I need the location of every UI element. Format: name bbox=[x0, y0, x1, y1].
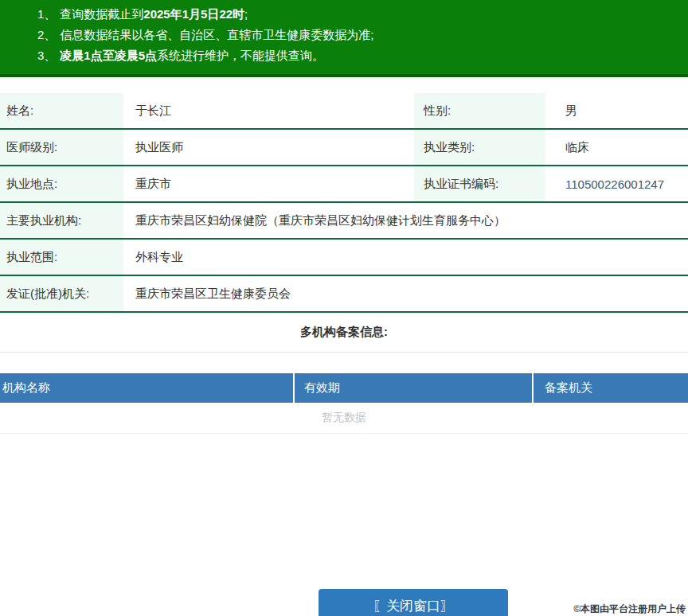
table-row-issuing-authority: 发证(批准)机关: 重庆市荣昌区卫生健康委员会 bbox=[0, 276, 688, 313]
value-text: 重庆市荣昌区妇幼保健院（重庆市荣昌区妇幼保健计划生育服务中心） bbox=[135, 213, 506, 228]
value-text: 外科专业 bbox=[135, 250, 183, 265]
watermark-text: ©本图由平台注册用户上传 bbox=[573, 602, 686, 616]
column-header-institution-name: 机构名称 bbox=[0, 373, 295, 403]
notice-line-number: 3、 bbox=[37, 49, 56, 62]
notice-text-bold: 凌晨1点至凌晨5点 bbox=[60, 49, 157, 62]
label-text: 执业范围: bbox=[6, 250, 57, 265]
label-text: 发证(批准)机关: bbox=[6, 287, 89, 302]
notice-text: 查询数据截止到 bbox=[60, 7, 143, 21]
value-text: 重庆市荣昌区卫生健康委员会 bbox=[135, 287, 291, 302]
value-certificate-number: 110500226001247 bbox=[545, 166, 688, 201]
column-header-record-authority: 备案机关 bbox=[534, 373, 688, 403]
record-table-header: 机构名称 有效期 备案机关 bbox=[0, 373, 688, 403]
notice-line-number: 1、 bbox=[37, 7, 56, 21]
label-practice-category: 执业类别: bbox=[414, 130, 545, 165]
value-practice-location: 重庆市 bbox=[123, 166, 414, 201]
label-issuing-authority: 发证(批准)机关: bbox=[0, 276, 123, 311]
physician-license-query-page: 1、查询数据截止到2025年1月5日22时; 2、信息数据结果以各省、自治区、直… bbox=[0, 0, 688, 616]
table-row-name-gender: 姓名: 于长江 性别: 男 bbox=[0, 93, 688, 130]
label-name: 姓名: bbox=[0, 93, 123, 128]
value-text: 于长江 bbox=[135, 103, 171, 119]
value-text: 重庆市 bbox=[135, 177, 171, 192]
value-main-institution: 重庆市荣昌区妇幼保健院（重庆市荣昌区妇幼保健计划生育服务中心） bbox=[123, 203, 688, 238]
empty-data-row: 暂无数据 bbox=[0, 403, 688, 434]
value-issuing-authority: 重庆市荣昌区卫生健康委员会 bbox=[123, 276, 688, 311]
notice-line-2: 2、信息数据结果以各省、自治区、直辖市卫生健康委数据为准; bbox=[37, 25, 680, 45]
close-window-button[interactable]: 〖关闭窗口〗 bbox=[319, 589, 508, 616]
table-row-level-category: 医师级别: 执业医师 执业类别: 临床 bbox=[0, 130, 688, 166]
notice-text: 信息数据结果以各省、自治区、直辖市卫生健康委数据为准; bbox=[60, 28, 373, 41]
value-text: 执业医师 bbox=[135, 140, 183, 155]
label-physician-level: 医师级别: bbox=[0, 130, 123, 165]
label-text: 执业类别: bbox=[424, 140, 475, 155]
label-practice-scope: 执业范围: bbox=[0, 240, 123, 275]
notice-text-bold: 2025年1月5日22时 bbox=[143, 7, 244, 21]
value-practice-scope: 外科专业 bbox=[123, 240, 688, 275]
multi-institution-section: 多机构备案信息: bbox=[0, 313, 688, 353]
value-physician-level: 执业医师 bbox=[123, 130, 414, 165]
label-practice-location: 执业地点: bbox=[0, 166, 123, 201]
notice-text: ; bbox=[244, 7, 248, 21]
certificate-number-text: 110500226001247 bbox=[565, 177, 664, 191]
table-row-practice-scope: 执业范围: 外科专业 bbox=[0, 240, 688, 276]
label-certificate-number: 执业证书编码: bbox=[414, 166, 545, 201]
label-text: 性别: bbox=[424, 103, 451, 119]
label-text: 姓名: bbox=[6, 103, 33, 119]
multi-institution-record-table: 机构名称 有效期 备案机关 暂无数据 bbox=[0, 373, 688, 434]
notice-text: 系统进行维护，不能提供查询。 bbox=[157, 49, 324, 62]
label-text: 医师级别: bbox=[6, 140, 57, 155]
label-main-institution: 主要执业机构: bbox=[0, 203, 123, 238]
label-gender: 性别: bbox=[414, 93, 545, 128]
table-row-location-certificate: 执业地点: 重庆市 执业证书编码: 110500226001247 bbox=[0, 166, 688, 203]
value-gender: 男 bbox=[545, 93, 688, 128]
value-practice-category: 临床 bbox=[545, 130, 688, 165]
notice-line-number: 2、 bbox=[37, 28, 56, 41]
empty-data-text: 暂无数据 bbox=[322, 411, 366, 425]
license-info-table: 姓名: 于长江 性别: 男 医师级别: 执业医师 执业类别: 临床 执业地点: … bbox=[0, 93, 688, 313]
value-text: 临床 bbox=[565, 140, 589, 155]
table-row-main-institution: 主要执业机构: 重庆市荣昌区妇幼保健院（重庆市荣昌区妇幼保健计划生育服务中心） bbox=[0, 203, 688, 240]
label-text: 主要执业机构: bbox=[6, 213, 81, 228]
value-text: 男 bbox=[565, 103, 577, 119]
notice-line-1: 1、查询数据截止到2025年1月5日22时; bbox=[37, 4, 680, 25]
value-name: 于长江 bbox=[123, 93, 414, 128]
section-title: 多机构备案信息: bbox=[300, 325, 388, 340]
label-text: 执业地点: bbox=[6, 177, 57, 192]
label-text: 执业证书编码: bbox=[424, 177, 498, 192]
notice-banner: 1、查询数据截止到2025年1月5日22时; 2、信息数据结果以各省、自治区、直… bbox=[0, 0, 688, 77]
column-header-validity-period: 有效期 bbox=[295, 373, 534, 403]
notice-line-3: 3、凌晨1点至凌晨5点系统进行维护，不能提供查询。 bbox=[37, 45, 680, 66]
